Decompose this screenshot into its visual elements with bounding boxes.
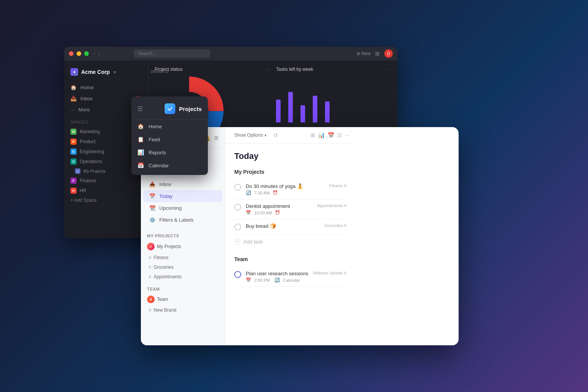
- titlebar: ‹ › ⊕ New ⊞ D: [64, 47, 397, 60]
- nav-upcoming[interactable]: 📆 Upcoming: [143, 202, 222, 214]
- more-options-icon[interactable]: ···: [345, 132, 350, 138]
- feed-menu-label: Feed: [149, 137, 160, 142]
- bar-4: [313, 96, 317, 122]
- minimize-dot[interactable]: [77, 51, 81, 56]
- bread-checkbox[interactable]: [234, 224, 241, 230]
- groceries-hash: #: [149, 264, 151, 270]
- my-projects-avatar: D: [147, 243, 155, 250]
- tasks-title-text: Tasks left by week: [276, 67, 313, 72]
- panel-menu[interactable]: ···: [266, 67, 270, 72]
- dropdown-reports[interactable]: 📊 Reports: [131, 146, 208, 159]
- dentist-meta: 📅 10:00 AM ⏰: [246, 210, 312, 215]
- fitness-hash: #: [149, 255, 151, 260]
- calendar-menu-label: Calendar: [149, 163, 169, 168]
- add-task-inline[interactable]: + Add task: [234, 235, 346, 248]
- dentist-checkbox[interactable]: [234, 204, 241, 211]
- dentist-tag: Appointments #: [317, 203, 346, 208]
- yoga-time-icon: 🔄: [246, 190, 251, 195]
- team-section-label: Team: [147, 287, 219, 291]
- tasks-panel-menu[interactable]: ···: [387, 67, 391, 72]
- undo-icon[interactable]: ↺: [273, 132, 278, 138]
- fullscreen-dot[interactable]: [84, 51, 89, 56]
- view-icon-1[interactable]: ⊞: [310, 132, 315, 138]
- nav-back[interactable]: ‹: [93, 51, 95, 57]
- nav-today[interactable]: 📅 Today: [143, 190, 222, 202]
- my-projects-title: My Projects: [234, 169, 346, 175]
- grid-icon[interactable]: ⊞: [375, 51, 380, 57]
- nav-filters[interactable]: ⚙️ Filters & Labels: [143, 214, 222, 226]
- fitness-label: Fitness: [154, 255, 168, 260]
- titlebar-search-input[interactable]: [134, 49, 210, 58]
- space-hr[interactable]: H HR: [64, 186, 148, 196]
- content-toolbar: Show Options ▾ ↺ ⊞ 📊 📅 ⊡ ···: [225, 127, 356, 144]
- appointments-hash: #: [149, 274, 151, 279]
- dropdown-calendar[interactable]: 📅 Calendar: [131, 159, 208, 172]
- yoga-checkbox[interactable]: [234, 184, 241, 191]
- nav-forward[interactable]: ›: [98, 51, 100, 57]
- fitness-item[interactable]: # Fitness: [147, 253, 219, 262]
- bread-name: Buy bread 🍞: [246, 223, 320, 229]
- space-finance[interactable]: F Finance: [64, 176, 148, 186]
- appointments-item[interactable]: # Appointments: [147, 272, 219, 281]
- hamburger-icon[interactable]: ☰: [137, 105, 143, 113]
- add-space[interactable]: + Add Space: [64, 196, 148, 205]
- bar-1: [276, 100, 281, 122]
- dentist-info: Dentist appointment 📅 10:00 AM ⏰: [246, 203, 312, 215]
- yoga-time: 7:30 AM: [254, 191, 270, 195]
- new-brand-item[interactable]: # New Brand: [147, 305, 219, 315]
- groceries-label: Groceries: [154, 265, 173, 270]
- titlebar-nav: ‹ ›: [93, 51, 100, 57]
- company-chevron: ▾: [114, 70, 116, 74]
- nav-more-label: More: [78, 107, 90, 113]
- dropdown-feed[interactable]: 📋 Feed: [131, 133, 208, 146]
- research-meta: 📅 2:00 PM 🔄 Calendar: [246, 278, 308, 283]
- my-projects-team[interactable]: D My Projects: [147, 240, 219, 253]
- today-content: Today My Projects Do 30 minutes of yoga …: [225, 144, 356, 294]
- hr-label: HR: [80, 188, 86, 193]
- user-dot[interactable]: D: [384, 49, 393, 58]
- nav-home-label: Home: [80, 85, 94, 90]
- view-icon-3[interactable]: 📅: [328, 132, 334, 138]
- research-time: 2:00 PM: [254, 278, 270, 283]
- add-space-label: + Add Space: [70, 198, 96, 203]
- tasks-panel-title: Tasks left by week ···: [276, 67, 391, 72]
- dropdown-home[interactable]: 🏠 Home: [131, 120, 208, 133]
- reports-menu-icon: 📊: [137, 149, 144, 155]
- dentist-alarm-icon: ⏰: [275, 210, 280, 215]
- show-options-label: Show Options: [234, 132, 263, 138]
- new-icon[interactable]: ⊕ New: [356, 51, 371, 56]
- home-menu-icon: 🏠: [137, 123, 144, 129]
- nav-filters-label: Filters & Labels: [159, 217, 194, 223]
- layout-icon[interactable]: ⊞: [214, 135, 219, 141]
- engineering-icon: E: [70, 149, 77, 155]
- upcoming-icon: 📆: [149, 205, 155, 211]
- finance-label: Finance: [80, 178, 96, 183]
- main-content-area: Show Options ▾ ↺ ⊞ 📊 📅 ⊡ ··· Today My Pr: [225, 127, 356, 345]
- nav-inbox-icon: 📥: [149, 181, 155, 187]
- nav-inbox[interactable]: 📥 Inbox: [143, 178, 222, 190]
- okr-icon: O: [75, 168, 80, 174]
- team-item[interactable]: d Team: [147, 294, 219, 305]
- close-dot[interactable]: [69, 51, 74, 56]
- show-options-btn[interactable]: Show Options ▾: [231, 131, 270, 139]
- today-title: Today: [234, 151, 346, 161]
- nav-inbox-label: Inbox: [159, 181, 172, 187]
- groceries-item[interactable]: # Groceries: [147, 262, 219, 272]
- panel-title: Project status ···: [155, 67, 270, 72]
- bg-nav-home[interactable]: 🏠 Home: [64, 82, 148, 93]
- operations-icon: O: [70, 158, 77, 165]
- research-info: Plan user research sessions 📅 2:00 PM 🔄 …: [246, 271, 308, 283]
- view-icon-2[interactable]: 📊: [318, 132, 325, 138]
- filters-icon: ⚙️: [149, 217, 155, 223]
- home-menu-label: Home: [149, 124, 162, 129]
- company-logo[interactable]: ✦ Acme Corp ▾: [64, 65, 148, 82]
- research-cal-label: 🔄: [274, 278, 280, 283]
- product-label: Product: [80, 139, 95, 144]
- today-icon: 📅: [149, 193, 155, 199]
- new-brand-label: New Brand: [154, 307, 176, 313]
- research-checkbox[interactable]: [234, 271, 241, 278]
- engineering-label: Engineering: [80, 149, 104, 154]
- scene: ‹ › ⊕ New ⊞ D ✦ Acme Corp ▾ 🏠 Home: [64, 47, 524, 345]
- calendar-menu-icon: 📅: [137, 162, 144, 168]
- view-icon-4[interactable]: ⊡: [337, 132, 342, 138]
